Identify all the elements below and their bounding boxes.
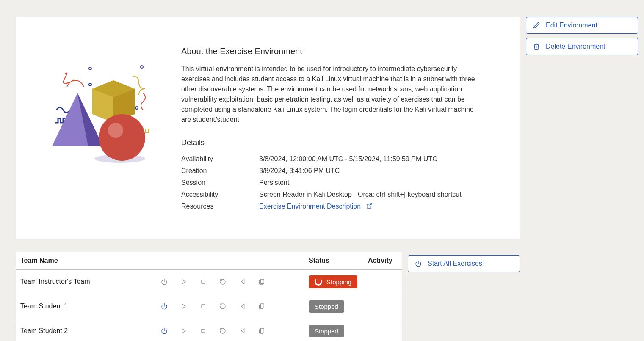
about-title: About the Exercise Environment [181,47,482,56]
team-name: Team Student 2 [20,327,160,335]
button-label: Delete Environment [546,43,605,50]
svg-point-11 [99,114,145,161]
play-button[interactable] [180,278,188,286]
svg-rect-22 [202,305,205,308]
status-text: Stopped [315,303,338,310]
detail-value: Persistent [259,178,289,188]
table-row: Team Instructor's Team Stopping [16,270,402,294]
svg-marker-27 [182,329,185,333]
environment-illustration [41,47,169,165]
status-cell: Stopped [309,300,368,313]
detail-accessibility: Accessibility Screen Reader in Kali Desk… [181,190,482,200]
restart-button[interactable] [218,278,227,286]
skip-back-button[interactable] [238,278,246,286]
power-icon [415,260,422,267]
stop-button[interactable] [199,302,207,311]
power-button[interactable] [160,327,169,335]
svg-point-0 [89,67,91,70]
table-row: Team Student 2 Stopped [16,319,402,341]
pencil-icon [533,22,540,29]
about-description: This virtual environment is intended to … [181,64,482,125]
about-card: About the Exercise Environment This virt… [16,17,520,239]
detail-value: Screen Reader in Kali Desktop - Orca: ct… [259,190,462,200]
resources-link[interactable]: Exercise Environment Description [259,203,361,210]
col-activity: Activity [368,257,398,264]
restart-button[interactable] [218,327,227,335]
row-actions [160,302,279,311]
button-label: Start All Exercises [428,260,482,267]
stop-button[interactable] [199,278,207,286]
power-button[interactable] [160,302,169,311]
status-text: Stopped [315,327,338,335]
svg-line-13 [369,204,372,206]
button-label: Edit Environment [546,22,597,29]
teams-table: Team Name Status Activity Team Instructo… [16,252,402,341]
stop-button[interactable] [199,327,207,335]
svg-marker-23 [241,304,244,309]
detail-session: Session Persistent [181,178,482,188]
team-name: Team Instructor's Team [20,278,160,286]
svg-rect-16 [202,280,205,283]
edit-environment-button[interactable]: Edit Environment [526,17,638,34]
svg-marker-17 [241,280,244,284]
play-button[interactable] [180,327,188,335]
svg-marker-21 [182,304,185,309]
svg-point-12 [108,123,123,138]
svg-rect-31 [260,328,264,333]
copy-button[interactable] [257,327,266,335]
col-status: Status [309,257,368,264]
detail-label: Resources [181,201,259,212]
detail-label: Creation [181,166,259,176]
svg-rect-19 [260,279,264,284]
detail-value: 3/8/2024, 3:41:06 PM UTC [259,166,340,176]
status-text: Stopping [326,278,351,286]
svg-rect-28 [202,329,205,333]
table-header: Team Name Status Activity [16,252,402,270]
col-team-name: Team Name [20,257,160,264]
status-cell: Stopping [309,275,368,288]
skip-back-button[interactable] [238,302,246,311]
start-all-exercises-button[interactable]: Start All Exercises [408,255,520,272]
status-badge: Stopped [309,300,344,313]
detail-creation: Creation 3/8/2024, 3:41:06 PM UTC [181,166,482,176]
svg-rect-25 [260,304,264,308]
team-name: Team Student 1 [20,302,160,310]
spinner-icon [315,278,322,286]
row-actions [160,278,279,286]
skip-back-button[interactable] [238,327,246,335]
svg-point-3 [135,107,138,109]
play-button[interactable] [180,302,188,311]
trash-icon [533,43,540,50]
status-badge: Stopped [309,325,344,337]
copy-button[interactable] [257,278,266,286]
row-actions [160,327,279,335]
status-badge: Stopping [309,275,357,288]
power-button[interactable] [160,278,169,286]
detail-resources: Resources Exercise Environment Descripti… [181,201,482,212]
svg-point-1 [141,66,143,68]
copy-button[interactable] [257,302,266,311]
svg-marker-29 [241,329,244,333]
detail-label: Accessibility [181,190,259,200]
table-row: Team Student 1 Stopped [16,294,402,319]
details-heading: Details [181,138,482,147]
status-cell: Stopped [309,325,368,337]
delete-environment-button[interactable]: Delete Environment [526,38,638,55]
svg-marker-15 [182,280,185,284]
detail-availability: Availability 3/8/2024, 12:00:00 AM UTC -… [181,154,482,164]
geometric-shapes-icon [48,63,162,165]
detail-label: Session [181,178,259,188]
restart-button[interactable] [218,302,227,311]
external-link-icon [366,202,373,212]
detail-value: 3/8/2024, 12:00:00 AM UTC - 5/15/2024, 1… [259,154,437,164]
detail-label: Availability [181,154,259,164]
svg-point-2 [89,83,91,86]
